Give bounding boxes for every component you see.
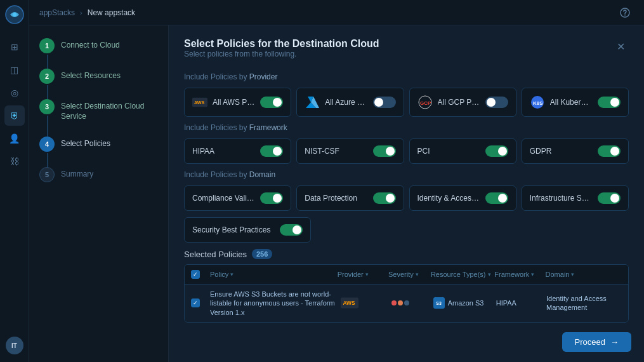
th-resource-type[interactable]: Resource Type(s) ▾	[431, 271, 494, 278]
k8s-icon: K8S	[530, 95, 545, 110]
th-severity[interactable]: Severity ▾	[388, 271, 431, 278]
resource-type-text: Amazon S3	[448, 298, 484, 307]
th-framework[interactable]: Framework ▾	[494, 271, 545, 278]
help-icon[interactable]	[616, 4, 634, 22]
panel-subtitle: Select policies from the following.	[184, 50, 379, 58]
grid-icon[interactable]: ⊞	[4, 37, 25, 57]
right-panel: Select Policies for the Destination Clou…	[169, 25, 644, 362]
step-label-4: Select Policies	[61, 137, 110, 149]
azure-icon	[305, 95, 320, 110]
policy-card-hipaa: HIPAA	[184, 138, 291, 164]
th-policy[interactable]: Policy ▾	[210, 271, 338, 278]
sidebar-bottom: IT	[6, 337, 23, 362]
app-logo[interactable]	[5, 5, 24, 24]
policy-card-gdpr: GDPR	[522, 138, 629, 164]
policy-text: Ensure AWS S3 Buckets are not world-list…	[210, 290, 341, 317]
svg-text:AWS: AWS	[194, 100, 205, 105]
azure-toggle[interactable]	[373, 97, 396, 108]
avatar[interactable]: IT	[6, 337, 23, 354]
compliance-label: Compliance Validation	[192, 194, 255, 203]
steps-panel: 1Connect to Cloud2Select Resources3Selec…	[29, 25, 169, 362]
shield-icon[interactable]: ⛨	[4, 105, 25, 126]
table-header: ✓ Policy ▾ Provider ▾ Severity ▾	[185, 265, 628, 285]
close-button[interactable]: ✕	[612, 38, 629, 55]
row-checkbox[interactable]: ✓	[191, 298, 200, 307]
th-domain[interactable]: Domain ▾	[546, 271, 622, 278]
hipaa-toggle[interactable]	[260, 145, 283, 157]
step-number-1: 1	[39, 38, 55, 53]
proceed-button[interactable]: Proceed →	[562, 332, 631, 352]
content-area: 1Connect to Cloud2Select Resources3Selec…	[29, 25, 644, 362]
framework-sort-icon: ▾	[531, 271, 534, 278]
svg-point-3	[624, 15, 626, 16]
target-icon[interactable]: ◎	[4, 83, 25, 103]
infra-toggle[interactable]	[598, 192, 621, 204]
gcp-icon: GCP	[417, 95, 433, 110]
iam-toggle[interactable]	[485, 192, 508, 204]
aws-label: All AWS Policies	[213, 98, 255, 107]
policy-card-compliance: Compliance Validation	[184, 185, 291, 211]
domain-cards-row-1: Compliance ValidationData ProtectionIden…	[184, 185, 629, 211]
domain-sort-icon: ▾	[571, 271, 574, 278]
infra-label: Infrastructure Security	[530, 194, 593, 203]
pci-label: PCI	[417, 147, 480, 156]
step-number-3: 3	[39, 99, 55, 114]
aws-icon: AWS	[192, 95, 207, 110]
table-row: ✓Ensure AWS S3 Buckets are not world-lis…	[185, 285, 628, 322]
compliance-toggle[interactable]	[260, 192, 283, 204]
policies-table: ✓ Policy ▾ Provider ▾ Severity ▾	[184, 264, 629, 323]
step-3[interactable]: 3Select Destination Cloud Service	[39, 99, 158, 137]
sidebar: ⊞◫◎⛨👤⛓ IT	[0, 0, 29, 362]
svg-text:K8S: K8S	[533, 100, 543, 106]
gcp-toggle[interactable]	[485, 97, 508, 108]
severity-dot-2	[398, 300, 403, 305]
svg-text:GCP: GCP	[420, 100, 431, 106]
by-provider-bold: Provider	[249, 72, 278, 81]
gdpr-label: GDPR	[530, 147, 593, 156]
layers-icon[interactable]: ◫	[4, 60, 25, 80]
severity-sort-icon: ▾	[416, 271, 419, 278]
data-toggle[interactable]	[373, 192, 396, 204]
by-provider-label: Include Policies by Provider	[184, 72, 629, 81]
policy-card-infra: Infrastructure Security	[522, 185, 629, 211]
step-number-5: 5	[39, 167, 55, 182]
pci-toggle[interactable]	[485, 145, 508, 157]
step-2[interactable]: 2Select Resources	[39, 69, 158, 99]
select-all-checkbox[interactable]: ✓	[191, 270, 200, 279]
step-number-4: 4	[39, 137, 55, 152]
severity-dot-3	[404, 300, 409, 305]
provider-card-k8s: K8SAll Kubernetes Policies	[522, 88, 629, 117]
people-icon[interactable]: 👤	[4, 128, 25, 149]
breadcrumb-separator: ›	[80, 9, 82, 17]
by-domain-label: Include Policies by Domain	[184, 170, 629, 179]
policy-card-pci: PCI	[409, 138, 516, 164]
provider-card-aws: AWSAll AWS Policies	[184, 88, 291, 117]
th-provider[interactable]: Provider ▾	[338, 271, 388, 278]
security-toggle[interactable]	[280, 224, 303, 236]
panel-title-group: Select Policies for the Destination Clou…	[184, 38, 379, 69]
panel-title: Select Policies for the Destination Clou…	[184, 38, 379, 50]
gdpr-toggle[interactable]	[598, 145, 621, 157]
table-body: ✓Ensure AWS S3 Buckets are not world-lis…	[185, 285, 628, 322]
provider-card-gcp: GCPAll GCP Policies	[409, 88, 516, 117]
k8s-toggle[interactable]	[598, 97, 621, 108]
step-4[interactable]: 4Select Policies	[39, 137, 158, 167]
provider-cards-row: AWSAll AWS PoliciesAll Azure PoliciesGCP…	[184, 88, 629, 117]
by-domain-bold: Domain	[249, 170, 275, 179]
step-label-1: Connect to Cloud	[61, 38, 120, 51]
link-icon[interactable]: ⛓	[4, 151, 25, 171]
provider-cell: AWS	[341, 297, 391, 309]
policy-card-data: Data Protection	[296, 185, 404, 211]
step-5[interactable]: 5Summary	[39, 167, 158, 182]
svg-point-1	[13, 13, 16, 17]
appstacks-link[interactable]: appStacks	[39, 8, 75, 17]
aws-toggle[interactable]	[260, 97, 283, 108]
step-1[interactable]: 1Connect to Cloud	[39, 38, 158, 69]
step-label-2: Select Resources	[61, 69, 121, 81]
nist-toggle[interactable]	[373, 145, 396, 157]
severity-dots	[391, 300, 433, 305]
header-checkbox-col: ✓	[191, 270, 210, 279]
by-framework-bold: Framework	[249, 123, 287, 132]
resource-sort-icon: ▾	[488, 271, 491, 278]
azure-label: All Azure Policies	[325, 98, 367, 107]
